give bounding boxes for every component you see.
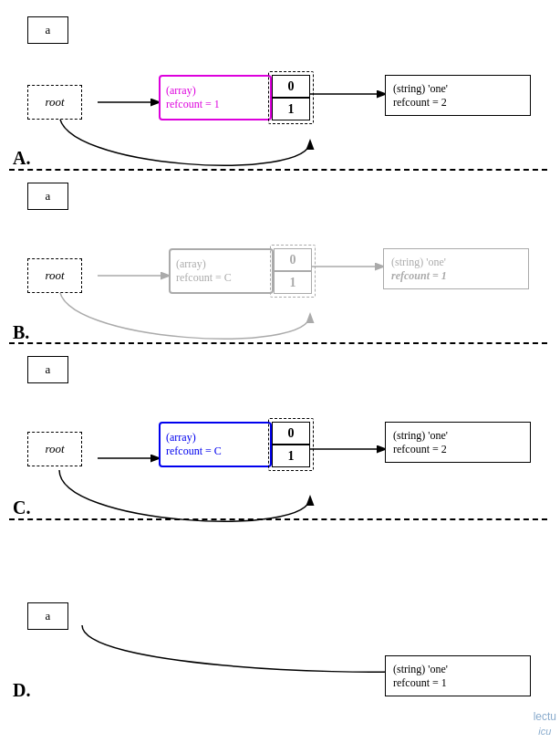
root-box-a: root bbox=[27, 85, 82, 120]
divider-cd bbox=[9, 518, 547, 520]
str-box-b: (string) 'one' refcount = 1 bbox=[383, 248, 529, 289]
str-box-a: (string) 'one' refcount = 2 bbox=[385, 75, 531, 116]
str-box-c: (string) 'one' refcount = 2 bbox=[385, 422, 531, 463]
a-box-b: a bbox=[27, 183, 68, 210]
num-cells-dotted-c bbox=[268, 418, 314, 471]
section-label-b: B. bbox=[13, 322, 29, 343]
str-box-d: (string) 'one' refcount = 1 bbox=[385, 655, 531, 696]
root-box-b: root bbox=[27, 258, 82, 293]
a-box-d: a bbox=[27, 602, 68, 630]
section-label-c: C. bbox=[13, 497, 30, 518]
root-box-c: root bbox=[27, 432, 82, 466]
divider-bc bbox=[9, 342, 547, 344]
section-label-a: A. bbox=[13, 148, 30, 169]
divider-ab bbox=[9, 169, 547, 171]
a-box-a: a bbox=[27, 16, 68, 44]
watermark: lectu icu bbox=[534, 710, 556, 738]
array-info-c: (array) refcount = C bbox=[159, 422, 272, 467]
section-label-d: D. bbox=[13, 680, 30, 701]
a-box-c: a bbox=[27, 356, 68, 383]
num-cells-dotted-a bbox=[268, 71, 314, 124]
array-info-a: (array) refcount = 1 bbox=[159, 75, 272, 120]
num-cells-dotted-b bbox=[270, 245, 316, 298]
array-info-b: (array) refcount = C bbox=[169, 248, 274, 294]
